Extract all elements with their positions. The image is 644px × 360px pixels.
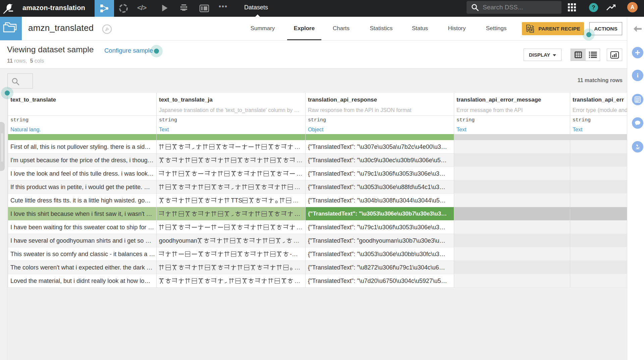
svg-text:A: A [527, 25, 530, 29]
